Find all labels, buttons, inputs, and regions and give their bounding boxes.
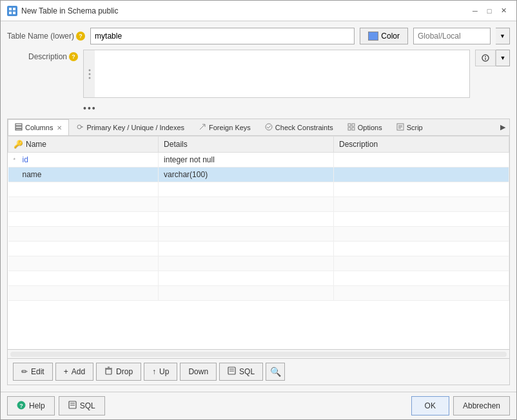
description-row: Description ? ▼	[7, 50, 510, 98]
row-id-name: * id	[8, 153, 159, 167]
title-bar-left: New Table in Schema public	[7, 6, 119, 16]
description-textarea[interactable]	[83, 50, 470, 98]
search-button[interactable]: 🔍	[266, 363, 285, 381]
col-header-description: Description	[334, 137, 509, 153]
columns-tab-icon	[15, 123, 23, 132]
horizontal-scrollbar[interactable]	[8, 349, 509, 358]
svg-point-8	[485, 56, 486, 57]
svg-rect-21	[352, 128, 355, 130]
tabs-bar: Columns ✕ Primary Key / Unique / Indexes…	[8, 119, 509, 136]
table-row-empty	[8, 286, 509, 301]
up-button[interactable]: ↑ Up	[144, 363, 177, 381]
content-area: Table Name (lower) ? Color ▼ Description…	[1, 21, 516, 392]
tabs-more-button[interactable]: ▶	[496, 119, 509, 135]
tabs-container: Columns ✕ Primary Key / Unique / Indexes…	[7, 119, 510, 385]
scrollbar-track	[10, 352, 507, 357]
drop-button[interactable]: Drop	[96, 363, 141, 381]
svg-rect-1	[13, 8, 15, 10]
table-row-empty	[8, 227, 509, 242]
svg-rect-2	[9, 12, 12, 14]
description-grip	[83, 50, 95, 98]
table-row-empty	[8, 256, 509, 271]
row-id-description	[334, 153, 509, 167]
description-tools: ▼	[475, 50, 510, 66]
script-tab-icon	[396, 123, 404, 132]
tab-script[interactable]: Scrip	[389, 119, 430, 135]
tab-options-label: Options	[358, 124, 382, 131]
row-name-details: varchar(100)	[159, 167, 334, 182]
search-icon: 🔍	[270, 367, 281, 377]
minimize-button[interactable]: ─	[469, 5, 482, 17]
dots-button[interactable]: •••	[83, 103, 97, 113]
app-icon	[7, 6, 17, 16]
cancel-button[interactable]: Abbrechen	[453, 396, 510, 415]
svg-rect-10	[15, 124, 22, 126]
tab-foreign-keys[interactable]: Foreign Keys	[191, 119, 258, 135]
title-bar: New Table in Schema public ─ □ ✕	[1, 1, 516, 21]
table-row-empty	[8, 242, 509, 256]
edit-icon: ✏	[21, 367, 28, 376]
row-id-details: integer not null	[159, 153, 334, 167]
global-local-dropdown[interactable]: ▼	[496, 28, 510, 44]
table-name-help-icon[interactable]: ?	[76, 32, 85, 41]
table-row[interactable]: * id integer not null	[8, 153, 509, 167]
options-tab-icon	[347, 123, 355, 132]
col-header-name-text: Name	[26, 140, 46, 149]
col-header-name: 🔑 Name	[8, 137, 159, 153]
footer-sql-button[interactable]: SQL	[59, 396, 105, 415]
tab-check-constraints[interactable]: Check Constraints	[258, 119, 340, 135]
table-row-empty	[8, 271, 509, 286]
window-controls: ─ □ ✕	[469, 5, 510, 17]
tab-columns-close[interactable]: ✕	[57, 124, 62, 131]
color-swatch	[368, 32, 378, 41]
tab-columns[interactable]: Columns ✕	[8, 119, 69, 136]
tab-columns-label: Columns	[25, 124, 53, 131]
tab-foreign-keys-label: Foreign Keys	[209, 124, 251, 131]
maximize-button[interactable]: □	[483, 5, 496, 17]
help-button[interactable]: ? Help	[7, 396, 55, 415]
close-button[interactable]: ✕	[497, 5, 510, 17]
table-row-empty	[8, 182, 509, 197]
description-wrapper	[83, 50, 470, 98]
down-button[interactable]: Down	[180, 363, 217, 381]
tab-check-constraints-label: Check Constraints	[275, 124, 333, 131]
table-name-label: Table Name (lower) ?	[7, 32, 85, 41]
global-local-input[interactable]	[413, 28, 491, 44]
footer-right: OK Abbrechen	[411, 396, 510, 415]
description-tool-dropdown[interactable]: ▼	[496, 50, 510, 66]
svg-rect-20	[348, 128, 351, 130]
svg-rect-18	[348, 124, 351, 126]
svg-point-4	[88, 69, 90, 71]
svg-rect-3	[13, 12, 15, 14]
drop-icon	[104, 367, 113, 377]
edit-button[interactable]: ✏ Edit	[13, 363, 53, 381]
sql-icon	[228, 367, 236, 377]
svg-line-16	[200, 124, 205, 129]
svg-rect-0	[9, 8, 12, 10]
row-name-description	[334, 167, 509, 182]
description-help-icon[interactable]: ?	[69, 52, 78, 61]
color-button[interactable]: Color	[360, 28, 408, 44]
table-header-row: 🔑 Name Details Description	[8, 137, 509, 153]
col-header-details: Details	[159, 137, 334, 153]
sql-button[interactable]: SQL	[219, 363, 263, 381]
add-button[interactable]: + Add	[55, 363, 93, 381]
svg-rect-11	[15, 126, 22, 128]
add-icon: +	[64, 367, 68, 376]
svg-text:?: ?	[19, 403, 23, 409]
svg-point-5	[88, 73, 90, 75]
up-icon: ↑	[152, 367, 156, 376]
row-id-marker: *	[14, 157, 20, 163]
tab-primary-key[interactable]: Primary Key / Unique / Indexes	[69, 119, 191, 135]
tab-options[interactable]: Options	[340, 119, 389, 135]
table-row[interactable]: name varchar(100)	[8, 167, 509, 182]
svg-rect-12	[15, 129, 22, 130]
ok-button[interactable]: OK	[411, 396, 449, 415]
svg-rect-26	[106, 369, 112, 374]
table-name-input[interactable]	[90, 28, 355, 44]
main-window: New Table in Schema public ─ □ ✕ Table N…	[0, 0, 517, 420]
description-tool-btn[interactable]	[475, 50, 496, 66]
table-area: 🔑 Name Details Description	[8, 136, 509, 349]
footer-sql-icon	[68, 401, 77, 411]
action-bar: ✏ Edit + Add Drop ↑ Up	[8, 358, 509, 385]
